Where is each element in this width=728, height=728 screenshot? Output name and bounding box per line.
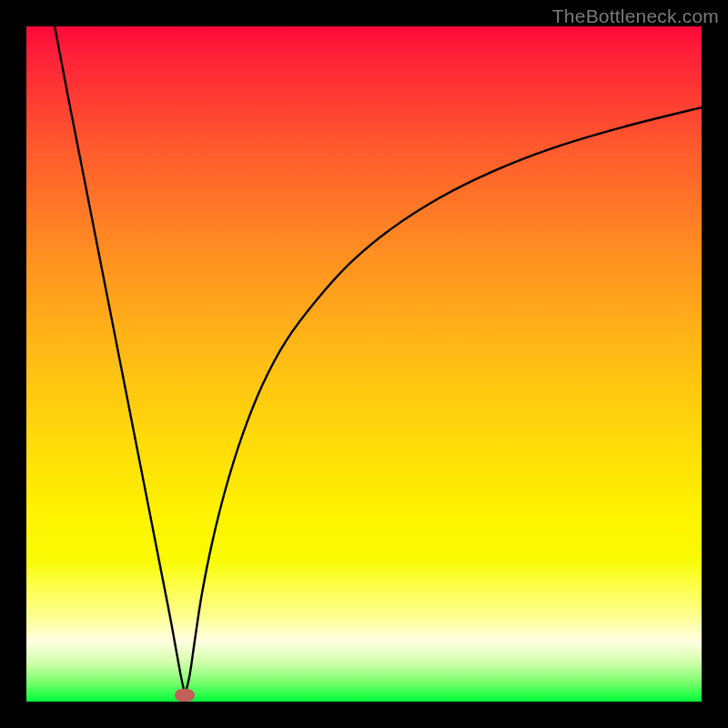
- watermark-text: TheBottleneck.com: [552, 5, 719, 27]
- chart-curve-svg: [26, 26, 702, 702]
- chart-frame: TheBottleneck.com: [0, 0, 728, 728]
- chart-plot-area: [26, 26, 702, 702]
- bottleneck-marker: [175, 689, 195, 702]
- curve-right: [185, 107, 702, 695]
- curve-left: [55, 26, 185, 695]
